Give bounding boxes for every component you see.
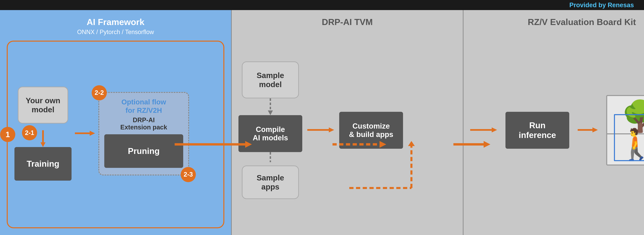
svg-marker-5 (268, 110, 273, 115)
pruning-box: Pruning (104, 134, 183, 168)
training-box: Training (14, 147, 72, 180)
step1-circle: 1 (0, 127, 15, 142)
step23-circle: 2-3 (181, 167, 196, 182)
your-own-model-box: Your own model (18, 86, 68, 124)
svg-marker-12 (592, 128, 598, 132)
ai-framework-subtitle: ONNX / Pytorch / Tensorflow (7, 28, 224, 36)
section-rzv-board: RZ/V Evaluation Board Kit Run inference (464, 10, 644, 235)
provided-label: Provided by Renesas (570, 2, 634, 9)
svg-marker-3 (90, 131, 95, 136)
svg-marker-8 (329, 128, 334, 132)
run-inference-box: Run inference (506, 112, 569, 149)
optional-label: Optional flow for RZ/V2H (104, 98, 183, 115)
step22-circle: 2-2 (92, 85, 107, 100)
section-drpai-tvm: DRP-AI TVM Sample model Compile AI model… (232, 10, 464, 235)
person-detection-box (614, 114, 644, 161)
optional-flow-box: 2-2 2-3 Optional flow for RZ/V2H DRP-AI … (98, 92, 189, 176)
main-container: AI Framework ONNX / Pytorch / Tensorflow… (0, 10, 644, 235)
top-bar: Provided by Renesas (0, 0, 644, 10)
sample-apps-box: Sample apps (242, 166, 299, 199)
step21-circle: 2-1 (22, 125, 37, 140)
customize-box: Customize & build apps (339, 112, 403, 149)
sample-model-box: Sample model (242, 62, 299, 98)
section-ai-framework: AI Framework ONNX / Pytorch / Tensorflow… (0, 10, 232, 235)
rzv-title: RZ/V Evaluation Board Kit (470, 17, 644, 27)
ai-framework-title: AI Framework (7, 17, 224, 27)
section-left-header: AI Framework ONNX / Pytorch / Tensorflow (7, 17, 224, 36)
drpai-tvm-title: DRP-AI TVM (238, 17, 456, 27)
compile-box: Compile AI models (238, 115, 302, 152)
scene-visualization: 🌳 🚗 🚶 🐕 (606, 95, 644, 166)
section-mid-header: DRP-AI TVM (238, 17, 456, 27)
section-right-header: RZ/V Evaluation Board Kit (470, 17, 644, 27)
svg-marker-1 (40, 142, 46, 147)
extension-label: DRP-AI Extension pack (104, 116, 183, 131)
svg-marker-10 (492, 128, 497, 132)
ai-framework-box: 1 Your own model 2-1 (7, 40, 224, 228)
